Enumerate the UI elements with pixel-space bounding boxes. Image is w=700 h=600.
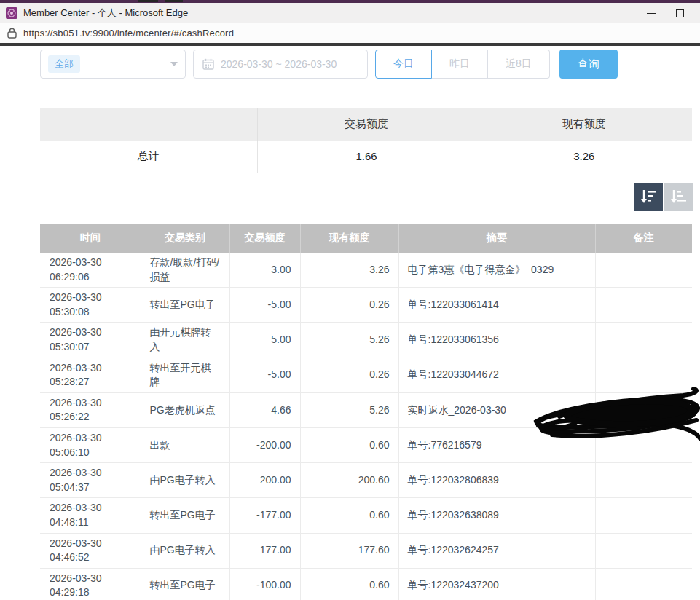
cell-balance: 0.60 bbox=[300, 498, 398, 533]
minimize-button[interactable] bbox=[647, 13, 656, 14]
cell-summary: 单号:122032638089 bbox=[398, 498, 595, 533]
calendar-icon bbox=[202, 58, 214, 70]
cell-amount: 200.00 bbox=[229, 463, 300, 498]
col-header-type: 交易类别 bbox=[141, 224, 229, 253]
date-range-value[interactable]: 2026-03-30 ~ 2026-03-30 bbox=[221, 58, 337, 70]
cell-summary: 单号:122032624257 bbox=[398, 533, 595, 568]
cell-summary: 单号:122032806839 bbox=[398, 463, 595, 498]
records-table: 时间 交易类别 交易额度 现有额度 摘要 备注 2026-03-30 06:29… bbox=[40, 224, 692, 600]
table-row: 2026-03-30 05:30:07 由开元棋牌转入 5.00 5.26 单号… bbox=[40, 323, 692, 358]
cell-summary: 单号:776216579 bbox=[398, 427, 595, 462]
cell-summary: 实时返水_2026-03-30 bbox=[398, 392, 595, 427]
cell-type: 由PG电子转入 bbox=[141, 463, 229, 498]
records-header-row: 时间 交易类别 交易额度 现有额度 摘要 备注 bbox=[40, 224, 692, 253]
cell-note bbox=[595, 253, 692, 288]
summary-header-empty bbox=[40, 108, 257, 141]
table-row: 2026-03-30 04:46:52 由PG电子转入 177.00 177.6… bbox=[40, 533, 692, 568]
table-row: 2026-03-30 06:29:06 存款/取款/打码/损益 3.00 3.2… bbox=[40, 253, 692, 288]
cell-balance: 5.26 bbox=[300, 392, 398, 427]
cell-type: PG老虎机返点 bbox=[141, 392, 229, 427]
yesterday-button[interactable]: 昨日 bbox=[432, 50, 488, 79]
window-titlebar: Member Center - 个人 - Microsoft Edge bbox=[0, 3, 700, 23]
quick-date-buttons: 今日 昨日 近8日 bbox=[375, 50, 550, 79]
last8days-button[interactable]: 近8日 bbox=[488, 50, 550, 79]
summary-balance-total: 3.26 bbox=[476, 141, 692, 173]
col-header-time: 时间 bbox=[40, 224, 141, 253]
cell-time: 2026-03-30 06:29:06 bbox=[40, 253, 141, 288]
category-select[interactable]: 全部 bbox=[40, 50, 186, 79]
cell-time: 2026-03-30 05:30:07 bbox=[40, 323, 141, 358]
sort-descending-icon bbox=[640, 189, 657, 207]
cell-time: 2026-03-30 04:48:11 bbox=[40, 498, 141, 533]
col-header-amount: 交易额度 bbox=[229, 224, 300, 253]
cell-balance: 5.26 bbox=[300, 323, 398, 358]
cell-amount: 4.66 bbox=[229, 392, 300, 427]
table-row: 2026-03-30 05:04:37 由PG电子转入 200.00 200.6… bbox=[40, 463, 692, 498]
cell-note bbox=[595, 568, 692, 600]
background-tab-notch bbox=[165, 0, 183, 2]
cell-balance: 177.60 bbox=[300, 533, 398, 568]
window-title: Member Center - 个人 - Microsoft Edge bbox=[23, 7, 188, 20]
cell-summary: 电子第3惠《电子得意金》_0329 bbox=[398, 253, 595, 288]
summary-total-label: 总计 bbox=[40, 141, 257, 173]
cell-type: 出款 bbox=[141, 427, 229, 462]
table-row: 2026-03-30 05:28:27 转出至开元棋牌 -5.00 0.26 单… bbox=[40, 358, 692, 392]
cell-note bbox=[595, 288, 692, 323]
cell-type: 存款/取款/打码/损益 bbox=[141, 253, 229, 288]
maximize-button[interactable] bbox=[676, 9, 684, 17]
summary-header-balance: 现有额度 bbox=[476, 108, 692, 141]
summary-total-row: 总计 1.66 3.26 bbox=[40, 141, 692, 173]
cell-amount: -5.00 bbox=[229, 358, 300, 392]
lock-icon bbox=[7, 28, 17, 39]
cell-time: 2026-03-30 05:30:08 bbox=[40, 288, 141, 323]
cell-balance: 0.26 bbox=[300, 288, 398, 323]
cash-record-page: 全部 2026-03-30 ~ 2026-03-30 今 bbox=[0, 46, 700, 600]
cell-balance: 200.60 bbox=[300, 463, 398, 498]
col-header-summary: 摘要 bbox=[398, 224, 595, 253]
cell-note bbox=[595, 463, 692, 498]
table-row: 2026-03-30 05:30:08 转出至PG电子 -5.00 0.26 单… bbox=[40, 288, 692, 323]
cell-time: 2026-03-30 05:28:27 bbox=[40, 358, 141, 392]
cell-time: 2026-03-30 05:04:37 bbox=[40, 463, 141, 498]
search-button[interactable]: 查询 bbox=[559, 50, 618, 79]
url-text[interactable]: https://sb051.tv:9900/infe/mcenter/#/cas… bbox=[23, 28, 234, 39]
cell-amount: 3.00 bbox=[229, 253, 300, 288]
category-selected-chip[interactable]: 全部 bbox=[48, 55, 80, 73]
table-row: 2026-03-30 04:48:11 转出至PG电子 -177.00 0.60… bbox=[40, 498, 692, 533]
cell-summary: 单号:122032437200 bbox=[398, 568, 595, 600]
records-body: 2026-03-30 06:29:06 存款/取款/打码/损益 3.00 3.2… bbox=[40, 253, 692, 600]
cell-amount: -177.00 bbox=[229, 498, 300, 533]
cell-summary: 单号:122033044672 bbox=[398, 358, 595, 392]
filter-row: 全部 2026-03-30 ~ 2026-03-30 今 bbox=[40, 50, 692, 79]
cell-balance: 0.60 bbox=[300, 427, 398, 462]
sort-descending-button[interactable] bbox=[634, 183, 663, 211]
summary-transaction-total: 1.66 bbox=[257, 141, 476, 173]
date-range-picker[interactable]: 2026-03-30 ~ 2026-03-30 bbox=[193, 50, 368, 79]
cell-note bbox=[595, 358, 692, 392]
cell-amount: 5.00 bbox=[229, 323, 300, 358]
cell-summary: 单号:122033061414 bbox=[398, 288, 595, 323]
table-row: 2026-03-30 05:26:22 PG老虎机返点 4.66 5.26 实时… bbox=[40, 392, 692, 427]
cell-note bbox=[595, 427, 692, 462]
today-button[interactable]: 今日 bbox=[375, 50, 432, 79]
address-bar[interactable]: https://sb051.tv:9900/infe/mcenter/#/cas… bbox=[0, 23, 700, 43]
cell-type: 转出至PG电子 bbox=[141, 568, 229, 600]
cell-note bbox=[595, 392, 692, 427]
cell-amount: -200.00 bbox=[229, 427, 300, 462]
cell-balance: 0.26 bbox=[300, 358, 398, 392]
cell-time: 2026-03-30 04:46:52 bbox=[40, 533, 141, 568]
cell-type: 由PG电子转入 bbox=[141, 533, 229, 568]
sort-ascending-button[interactable] bbox=[664, 183, 693, 211]
cell-time: 2026-03-30 04:29:18 bbox=[40, 568, 141, 600]
table-row: 2026-03-30 04:29:18 转出至PG电子 -100.00 0.60… bbox=[40, 568, 692, 600]
cell-amount: -100.00 bbox=[229, 568, 300, 600]
col-header-note: 备注 bbox=[595, 224, 692, 253]
cell-note bbox=[595, 323, 692, 358]
table-row: 2026-03-30 05:06:10 出款 -200.00 0.60 单号:7… bbox=[40, 427, 692, 462]
cell-balance: 0.60 bbox=[300, 568, 398, 600]
cell-amount: -5.00 bbox=[229, 288, 300, 323]
cell-amount: 177.00 bbox=[229, 533, 300, 568]
cell-note bbox=[595, 533, 692, 568]
cell-type: 由开元棋牌转入 bbox=[141, 323, 229, 358]
summary-header-transaction: 交易额度 bbox=[257, 108, 476, 141]
